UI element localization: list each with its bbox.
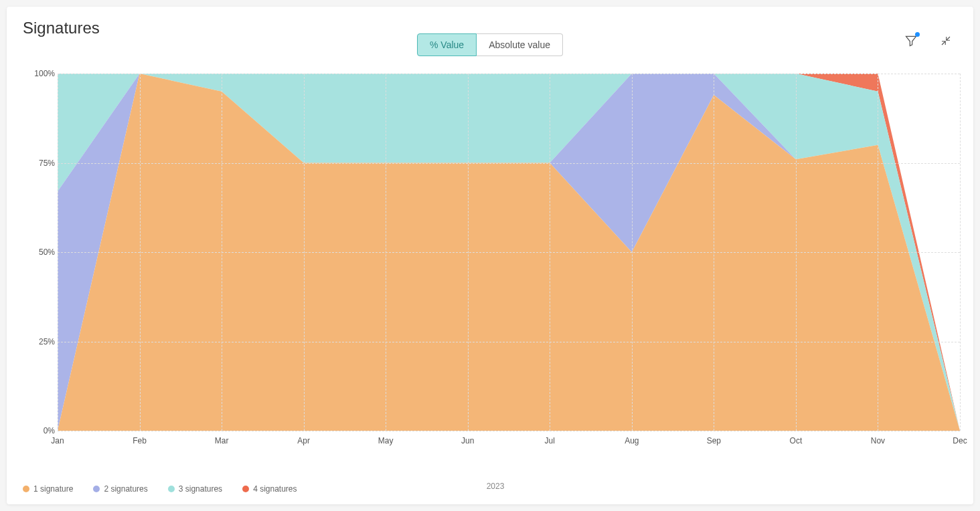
legend-swatch (23, 486, 29, 492)
x-tick-label: Jul (545, 436, 555, 445)
y-tick-label: 50% (28, 247, 55, 257)
gridline-x (468, 74, 469, 431)
signatures-chart-card: Signatures % Value Absolute value 0%25%5… (7, 7, 973, 504)
gridline-y (58, 342, 960, 342)
x-tick-label: Aug (625, 436, 639, 445)
gridline-x (796, 74, 797, 431)
y-tick-label: 100% (28, 69, 55, 78)
legend-label: 4 signatures (253, 484, 297, 494)
plot-region: 0%25%50%75%100%JanFebMarAprMayJunJulAugS… (58, 74, 960, 431)
gridline-x (222, 74, 222, 431)
x-tick-label: Oct (790, 436, 803, 445)
y-tick-label: 0% (28, 426, 55, 435)
percent-value-button[interactable]: % Value (417, 33, 477, 56)
legend-item[interactable]: 1 signature (23, 484, 73, 494)
x-tick-label: Apr (297, 436, 310, 445)
legend-swatch (93, 486, 100, 492)
legend-item[interactable]: 4 signatures (242, 484, 297, 494)
y-tick-label: 75% (28, 159, 55, 168)
absolute-value-button[interactable]: Absolute value (477, 33, 563, 56)
gridline-x (632, 74, 633, 431)
gridline-y (58, 252, 960, 253)
x-tick-label: Feb (133, 436, 147, 445)
chart-title: Signatures (23, 19, 100, 37)
legend-label: 3 signatures (179, 484, 222, 494)
gridline-x (58, 74, 58, 431)
filter-icon[interactable] (904, 33, 918, 48)
gridline-y (58, 431, 960, 431)
legend-item[interactable]: 2 signatures (93, 484, 147, 494)
x-tick-label: Sep (707, 436, 721, 445)
x-tick-label: Nov (871, 436, 885, 445)
x-axis-sublabel: 2023 (487, 482, 505, 491)
gridline-x (140, 74, 141, 431)
gridline-x (386, 74, 386, 431)
value-mode-toggle: % Value Absolute value (417, 33, 563, 56)
x-tick-label: Jan (51, 436, 64, 445)
gridline-x (878, 74, 878, 431)
filter-active-indicator (915, 32, 920, 37)
gridline-x (714, 74, 714, 431)
x-tick-label: Mar (215, 436, 229, 445)
gridline-y (58, 74, 960, 74)
gridline-x (304, 74, 305, 431)
chart-legend: 1 signature2 signatures3 signatures4 sig… (23, 484, 297, 494)
collapse-icon[interactable] (938, 33, 953, 48)
gridline-x (960, 74, 961, 431)
legend-label: 1 signature (33, 484, 73, 494)
card-actions (904, 33, 953, 48)
legend-item[interactable]: 3 signatures (168, 484, 222, 494)
legend-swatch (242, 486, 249, 492)
x-tick-label: Dec (953, 436, 967, 445)
gridline-x (550, 74, 550, 431)
legend-label: 2 signatures (104, 484, 147, 494)
legend-swatch (168, 486, 175, 492)
chart-area: 0%25%50%75%100%JanFebMarAprMayJunJulAugS… (31, 74, 960, 464)
gridline-y (58, 163, 960, 164)
x-tick-label: May (378, 436, 394, 445)
y-tick-label: 25% (28, 337, 55, 346)
x-tick-label: Jun (461, 436, 474, 445)
